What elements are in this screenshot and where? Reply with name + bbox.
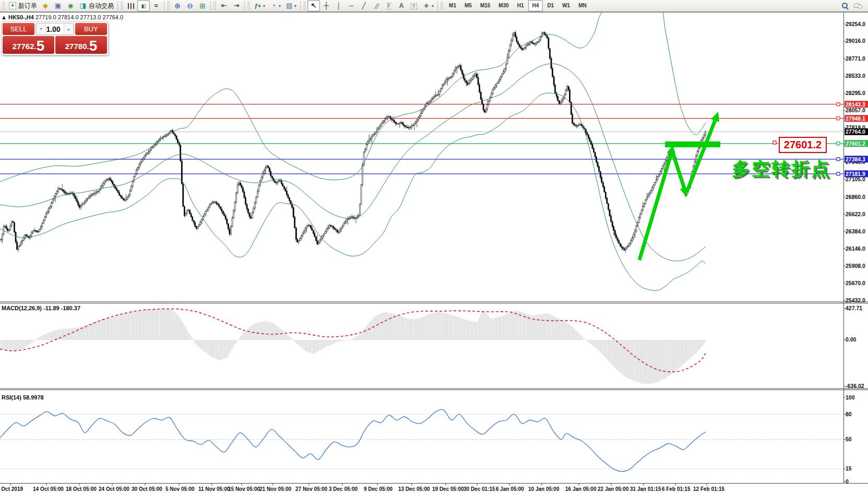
rsi-axis-label: 0 bbox=[846, 478, 849, 485]
buy-button[interactable]: BUY bbox=[75, 23, 107, 35]
volume-increase-button[interactable]: ▲ bbox=[64, 23, 74, 34]
date-axis-label: 3 Dec 05:00 bbox=[329, 486, 358, 492]
price-level-callout[interactable]: 27601.2 bbox=[779, 137, 827, 153]
support-zone-bar[interactable] bbox=[665, 142, 720, 147]
svg-text:27948.1: 27948.1 bbox=[846, 115, 865, 122]
date-axis-label: 30 Dec 01:15 bbox=[463, 486, 495, 492]
symbol-label: HK50-,H4 bbox=[8, 14, 34, 20]
hline-anchor[interactable] bbox=[837, 117, 840, 120]
price-axis-label: 28057.0 bbox=[846, 107, 865, 113]
price-axis-label: 29016.0 bbox=[846, 38, 865, 44]
collapse-panel-icon[interactable]: ▲ bbox=[1, 14, 7, 20]
date-axis-label: 5 Nov 05:00 bbox=[165, 486, 195, 492]
one-click-trade-panel: ▲ HK50-,H4 27719.0 27814.0 27713.0 27764… bbox=[1, 14, 109, 55]
date-axis-label: 12 Feb 01:15 bbox=[693, 486, 724, 492]
hline-anchor[interactable] bbox=[837, 172, 840, 175]
date-axis-label: 18 Oct 05:00 bbox=[66, 486, 97, 492]
date-axis-label: 24 Oct 05:00 bbox=[99, 486, 129, 492]
rsi-axis-label: 100 bbox=[846, 394, 855, 401]
macd-indicator-label: MACD(12,26,9) -11.89 -180.37 bbox=[2, 305, 80, 311]
svg-text:28143.3: 28143.3 bbox=[846, 101, 865, 108]
date-axis-label: 6 Feb 01:15 bbox=[662, 486, 691, 492]
sell-price-button[interactable]: 27762.5 bbox=[3, 36, 54, 54]
macd-axis-label: 0.00 bbox=[846, 336, 857, 343]
hline-anchor[interactable] bbox=[837, 158, 840, 161]
rsi-axis-label: 15 bbox=[846, 465, 852, 472]
date-axis-label: 16 Jan 05:00 bbox=[565, 486, 597, 492]
volume-stepper: ▼ 1.00 ▲ bbox=[35, 23, 74, 35]
price-axis-label: 29254.0 bbox=[846, 21, 865, 27]
price-axis-label: 26622.0 bbox=[846, 211, 865, 217]
sell-price: 27762. bbox=[13, 40, 37, 53]
date-axis-label: 10 Jan 05:00 bbox=[528, 486, 560, 492]
buy-price-button[interactable]: 27780.5 bbox=[55, 36, 107, 54]
date-axis-label: 13 Dec 05:00 bbox=[398, 486, 430, 492]
hline-anchor[interactable] bbox=[837, 103, 840, 106]
date-axis-label: 19 Dec 05:00 bbox=[432, 486, 464, 492]
chart-symbol-title: ▲ HK50-,H4 27719.0 27814.0 27713.0 27764… bbox=[1, 14, 109, 20]
svg-text:27601.2: 27601.2 bbox=[846, 140, 865, 147]
price-axis-label: 28771.0 bbox=[846, 55, 865, 62]
svg-text:27181.9: 27181.9 bbox=[846, 171, 865, 177]
price-axis-label: 28295.0 bbox=[846, 90, 865, 96]
price-axis-label: 26860.0 bbox=[846, 194, 865, 200]
ohlc-values: 27719.0 27814.0 27713.0 27764.0 bbox=[35, 14, 123, 20]
rsi-axis-label: 80 bbox=[846, 411, 852, 417]
volume-value[interactable]: 1.00 bbox=[46, 25, 63, 33]
date-axis-label: 22 Jan 05:00 bbox=[598, 486, 629, 492]
price-axis-label: 26146.0 bbox=[846, 245, 865, 252]
turning-point-annotation[interactable]: 多空转折点 bbox=[732, 157, 831, 181]
sell-price-pip: 5 bbox=[37, 39, 45, 53]
date-axis-label: 27 Nov 05:00 bbox=[295, 486, 328, 492]
volume-decrease-button[interactable]: ▼ bbox=[36, 23, 46, 34]
date-axis-label: 31 Jan 01:15 bbox=[630, 486, 661, 492]
date-axis-label: 6 Jan 05:00 bbox=[496, 486, 524, 492]
macd-axis-label: 427.71 bbox=[846, 305, 862, 311]
date-axis-label: 21 Nov 05:00 bbox=[259, 486, 292, 492]
rsi-axis-label: 50 bbox=[846, 436, 852, 442]
svg-text:27764.0: 27764.0 bbox=[846, 128, 865, 135]
price-axis-label: 28533.0 bbox=[846, 73, 865, 79]
date-axis-label: 9 Dec 05:00 bbox=[364, 486, 393, 492]
macd-axis-label: -636.02 bbox=[846, 383, 864, 389]
price-axis-label: 26384.0 bbox=[846, 228, 865, 234]
price-axis-label: 25432.0 bbox=[846, 297, 865, 303]
chart-background bbox=[0, 12, 868, 494]
date-axis-label: 14 Oct 05:00 bbox=[33, 486, 64, 492]
mt4-terminal: 新订单自动交易▾▾▾▾M1M5M15M30H1H4D1W1MN 29254.02… bbox=[0, 0, 868, 494]
date-axis-label: 8 Oct 2019 bbox=[0, 486, 23, 492]
sell-button[interactable]: SELL bbox=[3, 23, 34, 35]
hline-anchor[interactable] bbox=[837, 142, 840, 145]
chart-canvas[interactable]: 29254.029016.028771.028533.028295.028057… bbox=[0, 0, 868, 494]
date-axis-label: 15 Nov 05:00 bbox=[228, 486, 260, 492]
date-axis-label: 30 Oct 05:00 bbox=[132, 486, 162, 492]
rsi-indicator-label: RSI(14) 58.9978 bbox=[2, 394, 44, 401]
date-axis-label: 11 Nov 05:00 bbox=[198, 486, 230, 492]
svg-text:27384.3: 27384.3 bbox=[846, 156, 865, 162]
callout-anchor[interactable] bbox=[773, 141, 776, 144]
buy-price: 27780. bbox=[65, 40, 89, 53]
buy-price-pip: 5 bbox=[89, 39, 98, 53]
price-axis-label: 25908.0 bbox=[846, 263, 865, 269]
price-axis-label: 25670.0 bbox=[846, 280, 865, 286]
